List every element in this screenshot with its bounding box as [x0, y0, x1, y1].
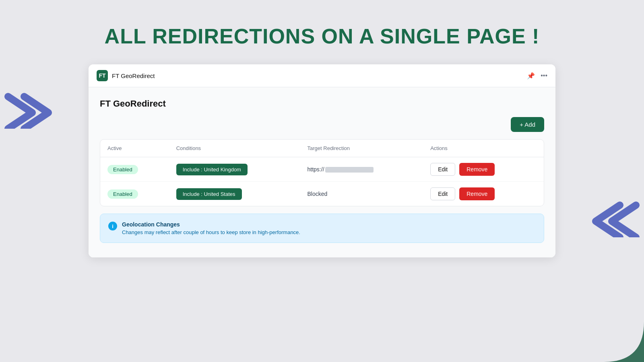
- col-actions: Actions: [423, 140, 544, 157]
- toolbar: + Add: [100, 117, 544, 132]
- edit-button-row1[interactable]: Edit: [430, 163, 455, 176]
- condition-cell: Include : United Kingdom: [169, 157, 300, 182]
- remove-button-row2[interactable]: Remove: [459, 187, 495, 200]
- actions-cell: Edit Remove: [423, 157, 544, 182]
- info-icon: i: [108, 222, 117, 230]
- add-button[interactable]: + Add: [511, 117, 544, 132]
- redirection-url: https://: [308, 166, 374, 173]
- actions-cell: Edit Remove: [423, 182, 544, 206]
- redirections-table: Active Conditions Target Redirection Act…: [100, 140, 544, 206]
- info-box: i Geolocation Changes Changes may reflec…: [100, 214, 544, 243]
- action-buttons: Edit Remove: [430, 163, 537, 176]
- app-window: FT FT GeoRedirect 📌 ••• FT GeoRedirect +…: [89, 64, 555, 257]
- title-bar: FT FT GeoRedirect 📌 •••: [89, 64, 555, 87]
- url-blur: [325, 167, 374, 173]
- info-title: Geolocation Changes: [122, 221, 300, 228]
- enabled-badge: Enabled: [107, 165, 138, 174]
- info-content: Geolocation Changes Changes may reflect …: [122, 221, 300, 235]
- app-content: FT GeoRedirect + Add Active Conditions T…: [89, 87, 555, 257]
- edit-button-row2[interactable]: Edit: [430, 187, 455, 200]
- page-title: FT GeoRedirect: [100, 99, 544, 109]
- deco-chevron-right: [588, 197, 644, 237]
- deco-chevron-left: [0, 88, 56, 129]
- table-row: Enabled Include : United States Blocked …: [100, 182, 544, 206]
- col-target: Target Redirection: [300, 140, 423, 157]
- blocked-text: Blocked: [308, 191, 328, 197]
- deco-corner-shape: [580, 298, 644, 362]
- active-cell: Enabled: [100, 157, 169, 182]
- redirection-cell: https://: [300, 157, 423, 182]
- table-row: Enabled Include : United Kingdom https:/…: [100, 157, 544, 182]
- col-conditions: Conditions: [169, 140, 300, 157]
- pin-icon[interactable]: 📌: [527, 72, 535, 80]
- condition-cell: Include : United States: [169, 182, 300, 206]
- redirection-cell: Blocked: [300, 182, 423, 206]
- title-bar-app-name: FT GeoRedirect: [112, 72, 155, 79]
- table-container: Active Conditions Target Redirection Act…: [100, 139, 544, 206]
- col-active: Active: [100, 140, 169, 157]
- enabled-badge: Enabled: [107, 189, 138, 199]
- active-cell: Enabled: [100, 182, 169, 206]
- title-bar-left: FT FT GeoRedirect: [97, 70, 155, 81]
- info-description: Changes may reflect after couple of hour…: [122, 229, 300, 235]
- title-bar-right: 📌 •••: [527, 72, 547, 80]
- condition-pill-us: Include : United States: [176, 188, 242, 200]
- app-icon: FT: [97, 70, 108, 81]
- page-heading: ALL REDIRECTIONS ON A SINGLE PAGE !: [0, 0, 644, 64]
- main-title: ALL REDIRECTIONS ON A SINGLE PAGE !: [0, 24, 644, 48]
- remove-button-row1[interactable]: Remove: [459, 163, 495, 176]
- more-options-icon[interactable]: •••: [541, 72, 547, 79]
- condition-pill-uk: Include : United Kingdom: [176, 164, 248, 175]
- action-buttons: Edit Remove: [430, 187, 537, 200]
